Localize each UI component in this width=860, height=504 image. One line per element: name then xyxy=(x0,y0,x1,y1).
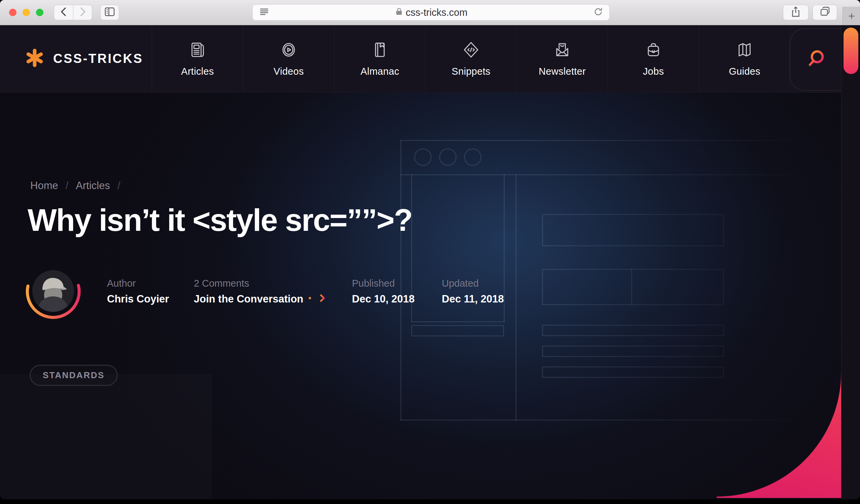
avatar-gradient-arc xyxy=(26,264,81,319)
minimize-window-button[interactable] xyxy=(23,9,30,16)
nav-item-guides[interactable]: Guides xyxy=(699,25,790,92)
forward-button[interactable] xyxy=(73,5,92,20)
meta-label: Updated xyxy=(442,278,504,289)
meta-label: Published xyxy=(352,278,415,289)
chevron-right-icon xyxy=(78,6,88,19)
refresh-icon[interactable] xyxy=(592,6,604,19)
meta-author: Author Chris Coyier xyxy=(107,278,169,305)
nav-label: Jobs xyxy=(643,66,664,77)
nav-label: Videos xyxy=(274,66,304,77)
map-icon xyxy=(735,40,754,60)
tag-standards[interactable]: STANDARDS xyxy=(30,365,118,386)
author-avatar[interactable] xyxy=(26,264,81,319)
site-logo[interactable]: CSS-TRICKS xyxy=(25,25,143,92)
scrollbar-thumb[interactable] xyxy=(844,28,858,74)
safari-window: css-tricks.com + xyxy=(0,0,860,499)
meta-label: 2 Comments xyxy=(194,278,328,289)
breadcrumb-separator: / xyxy=(117,180,120,192)
code-diamond-icon xyxy=(462,40,481,60)
chevron-left-icon xyxy=(59,6,69,19)
play-circle-icon xyxy=(279,40,298,60)
plus-icon: + xyxy=(848,10,855,23)
breadcrumb-separator: / xyxy=(66,180,69,192)
lock-icon xyxy=(395,7,403,18)
scrollbar-track[interactable] xyxy=(841,25,860,499)
meta-comments: 2 Comments Join the Conversation xyxy=(194,278,328,305)
breadcrumb: Home / Articles / xyxy=(30,180,120,192)
sidebar-toggle-button[interactable] xyxy=(100,5,119,20)
nav-item-videos[interactable]: Videos xyxy=(243,25,334,92)
briefcase-icon xyxy=(644,40,663,60)
asterisk-logo-icon xyxy=(25,48,44,69)
envelope-letter-icon xyxy=(553,40,572,60)
nav-label: Almanac xyxy=(361,66,399,77)
search-button[interactable] xyxy=(789,28,841,91)
show-tabs-button[interactable] xyxy=(813,5,837,20)
new-tab-button[interactable]: + xyxy=(843,7,860,25)
updated-date: Dec 11, 2018 xyxy=(442,293,504,305)
breadcrumb-articles-link[interactable]: Articles xyxy=(76,180,110,192)
tabs-icon xyxy=(819,5,831,19)
nav-item-articles[interactable]: Articles xyxy=(152,25,243,92)
site-logo-text: CSS-TRICKS xyxy=(53,52,143,66)
address-bar[interactable]: css-tricks.com xyxy=(252,4,610,20)
newspaper-icon xyxy=(188,40,207,60)
back-button[interactable] xyxy=(54,5,73,20)
book-bookmark-icon xyxy=(370,40,389,60)
nav-item-newsletter[interactable]: Newsletter xyxy=(516,25,608,92)
published-date: Dec 10, 2018 xyxy=(352,293,415,305)
browser-toolbar: css-tricks.com + xyxy=(0,0,860,25)
meta-published: Published Dec 10, 2018 xyxy=(352,278,415,305)
history-nav-group xyxy=(54,5,92,20)
zoom-window-button[interactable] xyxy=(36,9,43,16)
arrow-right-icon xyxy=(308,293,328,305)
nav-label: Newsletter xyxy=(539,66,586,77)
site-header: CSS-TRICKS Articles Videos Almanac Sni xyxy=(0,25,841,92)
meta-label: Author xyxy=(107,278,169,289)
sidebar-icon xyxy=(103,6,116,19)
nav-item-snippets[interactable]: Snippets xyxy=(425,25,516,92)
author-name[interactable]: Chris Coyier xyxy=(107,293,169,305)
share-icon xyxy=(789,5,802,20)
nav-label: Articles xyxy=(181,66,214,77)
reader-view-icon[interactable] xyxy=(259,6,270,19)
close-window-button[interactable] xyxy=(9,9,16,16)
nav-label: Snippets xyxy=(452,66,490,77)
share-button[interactable] xyxy=(783,5,808,20)
nav-item-almanac[interactable]: Almanac xyxy=(334,25,425,92)
article-hero: Home / Articles / Why isn’t it <style sr… xyxy=(0,25,860,499)
main-nav: Articles Videos Almanac Snippets Newslet… xyxy=(152,25,790,92)
article-title: Why isn’t it <style src=””>? xyxy=(28,203,600,238)
page-viewport: CSS-TRICKS Articles Videos Almanac Sni xyxy=(0,25,860,499)
join-conversation-link[interactable]: Join the Conversation xyxy=(194,293,328,305)
join-conversation-label: Join the Conversation xyxy=(194,293,303,305)
meta-updated: Updated Dec 11, 2018 xyxy=(442,278,504,305)
nav-label: Guides xyxy=(729,66,760,77)
url-text: css-tricks.com xyxy=(406,7,468,18)
nav-item-jobs[interactable]: Jobs xyxy=(608,25,699,92)
magnifier-icon xyxy=(805,48,826,71)
breadcrumb-home-link[interactable]: Home xyxy=(30,180,58,192)
